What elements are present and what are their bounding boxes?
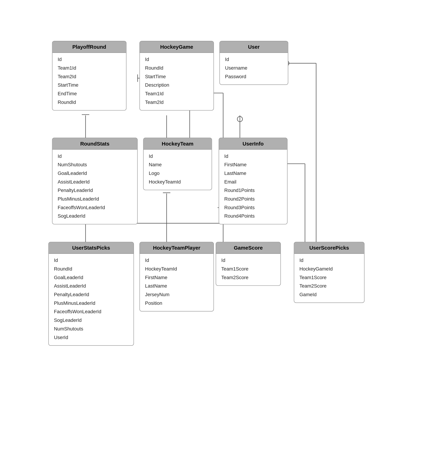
field-userscorepicks-team1score: Team1Score [299, 273, 359, 282]
fields-userscorepicks: Id HockeyGameId Team1Score Team2Score Ga… [294, 254, 364, 302]
fields-user: Id Username Password [220, 53, 288, 85]
fields-userinfo: Id FirstName LastName Email Round1Points… [219, 150, 287, 224]
field-userinfo-round4points: Round4Points [224, 212, 282, 221]
table-header-gamescore: GameScore [216, 242, 280, 254]
field-hockeyteam-hockeyteamid: HockeyTeamId [149, 177, 207, 186]
field-userinfo-round2points: Round2Points [224, 195, 282, 203]
field-playoffround-roundid: RoundId [58, 98, 121, 107]
table-roundstats: RoundStats Id NumShutouts GoalLeaderId A… [52, 138, 138, 224]
field-userstatspicks-roundid: RoundId [54, 265, 128, 273]
field-userscorepicks-gameid: GameId [299, 290, 359, 299]
field-hockeygame-team1id: Team1Id [145, 89, 208, 98]
field-user-username: Username [225, 64, 283, 72]
table-userinfo: UserInfo Id FirstName LastName Email Rou… [219, 138, 288, 224]
field-userscorepicks-team2score: Team2Score [299, 282, 359, 290]
field-userstatspicks-goalleaderid: GoalLeaderId [54, 273, 128, 282]
table-gamescore: GameScore Id Team1Score Team2Score [216, 242, 281, 286]
field-roundstats-numshutouts: NumShutouts [58, 160, 132, 169]
table-header-user: User [220, 41, 288, 53]
table-header-hockeyteamplayer: HockeyTeamPlayer [140, 242, 213, 254]
field-userstatspicks-numshutouts: NumShutouts [54, 324, 128, 333]
table-user: User Id Username Password [219, 41, 288, 85]
field-userstatspicks-plusminusleaderid: PlusMinusLeaderId [54, 299, 128, 307]
field-userinfo-id: Id [224, 152, 282, 160]
field-hockeygame-roundid: RoundId [145, 64, 208, 72]
field-roundstats-sogleaderid: SogLeaderId [58, 212, 132, 221]
field-hockeyteam-name: Name [149, 160, 207, 169]
table-userscorepicks: UserScorePicks Id HockeyGameId Team1Scor… [294, 242, 364, 303]
field-userstatspicks-sogleaderid: SogLeaderId [54, 316, 128, 324]
field-hockeygame-starttime: StartTime [145, 72, 208, 81]
table-header-userstatspicks: UserStatsPicks [49, 242, 134, 254]
fields-roundstats: Id NumShutouts GoalLeaderId AssistLeader… [52, 150, 137, 224]
field-userstatspicks-penaltyleaderid: PenaltyLeaderId [54, 290, 128, 299]
table-header-roundstats: RoundStats [52, 138, 137, 150]
field-hockeygame-id: Id [145, 55, 208, 64]
svg-point-19 [237, 117, 243, 122]
field-hockeyteamplayer-position: Position [145, 299, 208, 307]
table-hockeyteamplayer: HockeyTeamPlayer Id HockeyTeamId FirstNa… [140, 242, 214, 312]
table-hockeygame: HockeyGame Id RoundId StartTime Descript… [140, 41, 214, 111]
field-playoffround-starttime: StartTime [58, 81, 121, 89]
field-hockeyteam-logo: Logo [149, 169, 207, 177]
table-header-userscorepicks: UserScorePicks [294, 242, 364, 254]
field-userinfo-round1points: Round1Points [224, 186, 282, 195]
field-gamescore-id: Id [221, 256, 275, 265]
field-userinfo-lastname: LastName [224, 169, 282, 177]
field-roundstats-id: Id [58, 152, 132, 160]
field-roundstats-assistleaderid: AssistLeaderId [58, 177, 132, 186]
fields-hockeygame: Id RoundId StartTime Description Team1Id… [140, 53, 213, 110]
table-hockeyteam: HockeyTeam Id Name Logo HockeyTeamId [143, 138, 212, 190]
field-playoffround-team1id: Team1Id [58, 64, 121, 72]
field-hockeygame-team2id: Team2Id [145, 98, 208, 107]
table-playoffround: PlayoffRound Id Team1Id Team2Id StartTim… [52, 41, 126, 111]
field-userinfo-email: Email [224, 177, 282, 186]
field-hockeyteamplayer-jerseynum: JerseyNum [145, 290, 208, 299]
field-playoffround-team2id: Team2Id [58, 72, 121, 81]
field-user-password: Password [225, 72, 283, 81]
fields-playoffround: Id Team1Id Team2Id StartTime EndTime Rou… [52, 53, 126, 110]
field-userstatspicks-assistleaderid: AssistLeaderId [54, 282, 128, 290]
field-hockeyteam-id: Id [149, 152, 207, 160]
field-roundstats-faceoffswonleaderid: FaceoffsWonLeaderId [58, 203, 132, 212]
fields-hockeyteamplayer: Id HockeyTeamId FirstName LastName Jerse… [140, 254, 213, 311]
field-userstatspicks-userid: UserId [54, 333, 128, 342]
field-hockeygame-description: Description [145, 81, 208, 89]
field-roundstats-penaltyleaderid: PenaltyLeaderId [58, 186, 132, 195]
field-userscorepicks-hockeygameid: HockeyGameId [299, 265, 359, 273]
field-userinfo-firstname: FirstName [224, 160, 282, 169]
table-header-hockeyteam: HockeyTeam [144, 138, 212, 150]
field-gamescore-team2score: Team2Score [221, 273, 275, 282]
field-gamescore-team1score: Team1Score [221, 265, 275, 273]
table-header-userinfo: UserInfo [219, 138, 287, 150]
table-header-hockeygame: HockeyGame [140, 41, 213, 53]
diagram-container: PlayoffRound Id Team1Id Team2Id StartTim… [0, 0, 448, 476]
field-roundstats-plusminusleaderid: PlusMinusLeaderId [58, 195, 132, 203]
table-userstatspicks: UserStatsPicks Id RoundId GoalLeaderId A… [48, 242, 134, 346]
field-roundstats-goalleaderid: GoalLeaderId [58, 169, 132, 177]
field-hockeyteamplayer-id: Id [145, 256, 208, 265]
table-header-playoffround: PlayoffRound [52, 41, 126, 53]
fields-gamescore: Id Team1Score Team2Score [216, 254, 280, 285]
field-hockeyteamplayer-firstname: FirstName [145, 273, 208, 282]
field-playoffround-id: Id [58, 55, 121, 64]
field-userscorepicks-id: Id [299, 256, 359, 265]
field-playoffround-endtime: EndTime [58, 89, 121, 98]
field-hockeyteamplayer-hockeyteamid: HockeyTeamId [145, 265, 208, 273]
fields-hockeyteam: Id Name Logo HockeyTeamId [144, 150, 212, 190]
field-userstatspicks-id: Id [54, 256, 128, 265]
field-user-id: Id [225, 55, 283, 64]
field-hockeyteamplayer-lastname: LastName [145, 282, 208, 290]
field-userstatspicks-faceoffswonleaderid: FaceoffsWonLeaderId [54, 307, 128, 316]
fields-userstatspicks: Id RoundId GoalLeaderId AssistLeaderId P… [49, 254, 134, 346]
field-userinfo-round3points: Round3Points [224, 203, 282, 212]
